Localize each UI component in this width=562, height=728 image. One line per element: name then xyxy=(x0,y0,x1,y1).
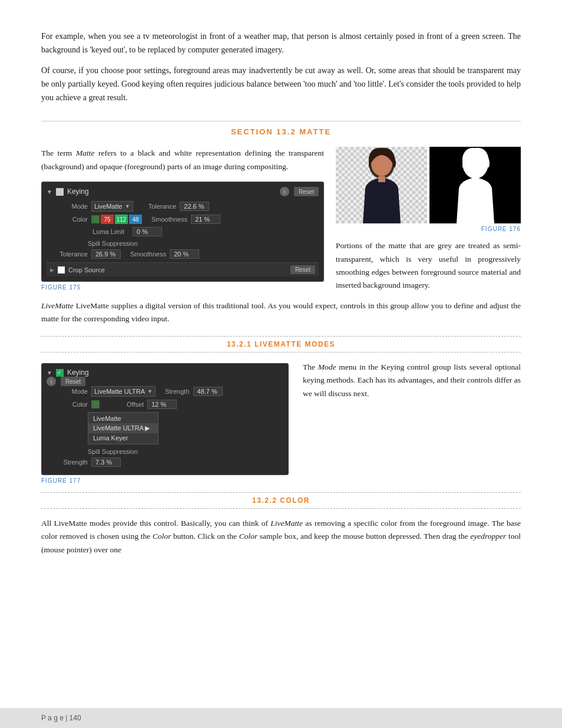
subsection-title: 13.2.1 LIVEMATTE MODES xyxy=(41,340,521,348)
spill-strength-label: Strength xyxy=(47,459,88,466)
tolerance-label: Tolerance xyxy=(148,203,177,210)
smoothness-value[interactable]: 21 % xyxy=(191,215,220,224)
info-button[interactable]: i xyxy=(280,187,289,196)
matte-svg xyxy=(429,147,521,223)
intro-para2: Of course, if you choose poor settings, … xyxy=(41,64,521,104)
crop-reset-button[interactable]: Reset xyxy=(290,265,315,274)
matte-grey-text: Portions of the matte that are grey are … xyxy=(336,239,521,292)
crop-text: Crop Source xyxy=(68,266,105,274)
mode-row: Mode LiveMatte ▼ Tolerance 22.6 % xyxy=(47,201,319,212)
svg-rect-4 xyxy=(472,176,479,182)
spill-row: Tolerance 26.9 % Smoothness 20 % xyxy=(47,249,319,259)
blue-value: 48 xyxy=(129,215,142,224)
section-13-2-header: SECTION 13.2 MATTE xyxy=(41,121,521,136)
color-row: Color 75 112 48 Smoothness 21 % xyxy=(47,215,319,224)
mode-row-2: Mode LiveMatte ULTRA ▼ Strength 48.7 % xyxy=(47,386,283,397)
figure-176-label: FIGURE 176 xyxy=(481,226,521,232)
svg-rect-2 xyxy=(378,176,385,182)
dropdown-item-ultra[interactable]: LiveMatte ULTRA ▶ xyxy=(88,423,158,433)
keying-panel-2: ▼ ✓ Keying i Reset Mode LiveMatte ULTRA … xyxy=(41,363,289,475)
panel-title: ▼ Keying xyxy=(47,187,89,196)
figure-177-label: FIGURE 177 xyxy=(41,477,289,484)
keying-title: Keying xyxy=(67,187,89,196)
white-square-icon xyxy=(56,188,64,196)
mode-label: Mode xyxy=(47,203,88,210)
offset-label: Offset xyxy=(127,401,144,408)
reset-button-2[interactable]: Reset xyxy=(61,377,85,386)
subsection-13-2-1-header: 13.2.1 LIVEMATTE MODES xyxy=(41,336,521,353)
offset-value[interactable]: 12 % xyxy=(147,400,177,409)
photo-matte xyxy=(429,147,521,223)
right-column: FIGURE 176 Portions of the matte that ar… xyxy=(336,147,521,292)
panel-buttons: i Reset xyxy=(280,187,319,196)
intro-para1: For example, when you see a tv meteorolo… xyxy=(41,29,521,57)
tolerance-value[interactable]: 22.6 % xyxy=(180,202,209,211)
panel-col: ▼ ✓ Keying i Reset Mode LiveMatte ULTRA … xyxy=(41,361,289,484)
color-label: Color xyxy=(47,216,88,223)
mode-value: LiveMatte xyxy=(94,203,123,210)
color-row-2: Color Offset 12 % xyxy=(47,400,283,409)
smoothness-label: Smoothness xyxy=(151,216,187,223)
luma-row: Luma Limit 0 % xyxy=(47,227,319,236)
spill-row-2: Strength 7.3 % xyxy=(47,457,283,467)
mode-chevron: ▼ xyxy=(125,203,130,209)
keying2-title: Keying xyxy=(67,368,89,377)
spill-tolerance-value[interactable]: 26.9 % xyxy=(91,249,121,259)
crop-row: ▶ Crop Source Reset xyxy=(47,262,319,276)
crop-label: ▶ Crop Source xyxy=(50,266,105,274)
panel2-title: ▼ ✓ Keying xyxy=(47,368,283,377)
mode-description: The Mode menu in the Keying control grou… xyxy=(303,361,521,400)
spill-strength-value[interactable]: 7.3 % xyxy=(91,457,121,467)
panel2-header: ▼ ✓ Keying i Reset xyxy=(47,368,283,386)
collapse-triangle[interactable]: ▼ xyxy=(47,189,52,195)
color-label-2: Color xyxy=(47,401,88,408)
matte-description: The term Matte refers to a black and whi… xyxy=(41,147,324,173)
info-button-2[interactable]: i xyxy=(47,377,56,386)
photo-pair xyxy=(336,147,521,223)
keying-panel-1: ▼ Keying i Reset Mode LiveMatte ▼ xyxy=(41,182,324,282)
page: For example, when you see a tv meteorolo… xyxy=(0,0,562,728)
luma-label: Luma Limit xyxy=(47,228,129,235)
mode-value-2: LiveMatte ULTRA xyxy=(94,388,145,395)
color-preview xyxy=(91,215,100,223)
mode-select[interactable]: LiveMatte ▼ xyxy=(91,201,133,212)
livematte-text: LiveMatte LiveMatte supplies a digital v… xyxy=(41,299,521,326)
crop-icon xyxy=(58,266,65,274)
dropdown-item-luma[interactable]: Luma Keyer xyxy=(88,433,158,443)
panel2-collapse[interactable]: ▼ xyxy=(47,370,52,376)
color-description: All LiveMatte modes provide this control… xyxy=(41,517,521,556)
color-swatch-2[interactable] xyxy=(91,400,100,409)
panel-header: ▼ Keying i Reset xyxy=(47,187,319,196)
subsection2-title: 13.2.2 COLOR xyxy=(41,496,521,505)
mode-chevron-2: ▼ xyxy=(147,388,153,394)
mode-select-2[interactable]: LiveMatte ULTRA ▼ xyxy=(91,386,156,397)
strength-value[interactable]: 48.7 % xyxy=(193,387,223,396)
person-photo-svg xyxy=(336,147,427,223)
spill-smoothness-value[interactable]: 20 % xyxy=(170,249,199,259)
dropdown-item-livematte[interactable]: LiveMatte xyxy=(88,414,158,423)
mode-dropdown: LiveMatte LiveMatte ULTRA ▶ Luma Keyer xyxy=(88,412,158,444)
green-value: 112 xyxy=(115,215,128,224)
red-value: 75 xyxy=(101,215,114,224)
keying-checkbox[interactable]: ✓ xyxy=(56,369,64,377)
text-col: The Mode menu in the Keying control grou… xyxy=(303,361,521,407)
luma-value[interactable]: 0 % xyxy=(133,227,162,236)
subsection-13-2-2-header: 13.2.2 COLOR xyxy=(41,492,521,509)
spill-smoothness-label: Smoothness xyxy=(130,251,166,258)
section-13-2-1-content: ▼ ✓ Keying i Reset Mode LiveMatte ULTRA … xyxy=(41,361,521,484)
figure-175-label: FIGURE 175 xyxy=(41,284,324,291)
left-column: The term Matte refers to a black and whi… xyxy=(41,147,324,291)
spill-tolerance-label: Tolerance xyxy=(47,251,88,258)
strength-label: Strength xyxy=(165,388,190,395)
photo-keyed xyxy=(336,147,427,223)
spill-header-2: Spill Suppression xyxy=(88,448,283,455)
page-footer: P a g e | 140 xyxy=(0,708,562,728)
mode-label-2: Mode xyxy=(47,388,88,395)
reset-button[interactable]: Reset xyxy=(294,187,319,196)
page-number: P a g e | 140 xyxy=(41,714,81,722)
spill-header: Spill Suppression xyxy=(88,240,319,247)
panel2-buttons: i Reset xyxy=(47,377,283,386)
color-swatch[interactable]: 75 112 48 xyxy=(91,215,142,224)
crop-triangle[interactable]: ▶ xyxy=(50,267,54,273)
section-13-2-content: The term Matte refers to a black and whi… xyxy=(41,147,521,292)
